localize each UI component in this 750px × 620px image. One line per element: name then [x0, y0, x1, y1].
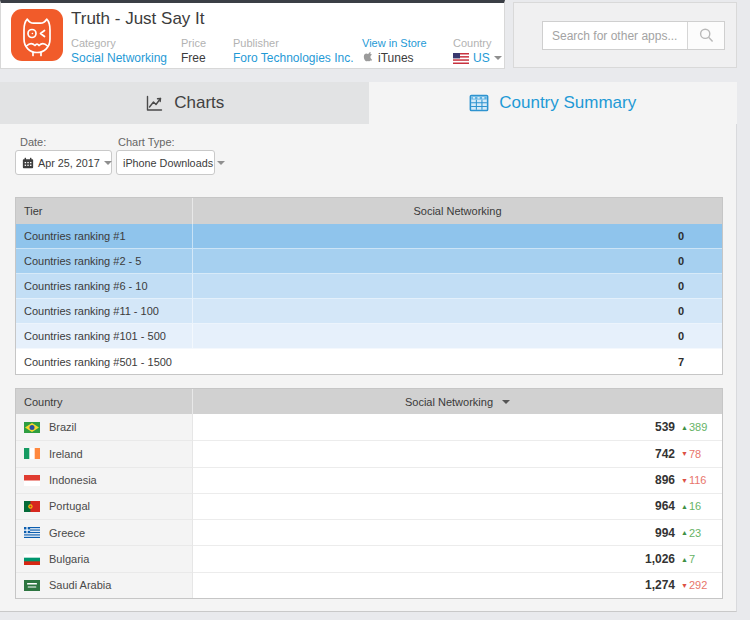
tier-row: Countries ranking #2 - 50: [16, 249, 722, 274]
search-input[interactable]: [543, 22, 687, 49]
country-category-sort-header[interactable]: Social Networking: [193, 389, 722, 414]
itunes-store-value[interactable]: iTunes: [362, 51, 453, 65]
date-label: Date:: [20, 136, 46, 148]
tier-count: 0: [193, 249, 722, 273]
date-value: Apr 25, 2017: [38, 157, 100, 169]
tier-row: Countries ranking #501 - 15007: [16, 349, 722, 374]
tier-name: Countries ranking #1: [16, 224, 193, 248]
rank-cell: 1,026▲7: [193, 545, 722, 571]
portugal-flag-icon: [24, 501, 40, 512]
tab-country-summary-label: Country Summary: [499, 93, 636, 113]
country-name: Indonesia: [49, 474, 97, 486]
rank-value: 1,026: [645, 552, 675, 566]
chevron-down-icon: [104, 161, 112, 165]
country-cell: Portugal: [16, 493, 193, 519]
rank-change-down: ▼292: [681, 579, 708, 591]
search-panel: [513, 2, 737, 68]
country-row[interactable]: Saudi Arabia1,274▼292: [16, 572, 722, 598]
chart-type-label: Chart Type:: [118, 136, 175, 148]
tab-bar: Charts Country Summary: [0, 82, 737, 124]
line-chart-icon: [144, 94, 164, 113]
chart-type-dropdown[interactable]: iPhone Downloads: [116, 150, 215, 175]
search-box: [542, 21, 725, 50]
country-selector[interactable]: US: [453, 51, 502, 65]
calendar-icon: [22, 157, 34, 169]
view-in-store-link[interactable]: View in Store: [362, 37, 453, 49]
store-name: iTunes: [378, 51, 414, 65]
country-cell: Indonesia: [16, 467, 193, 493]
rank-change-up: ▲389: [681, 421, 708, 433]
indonesia-flag-icon: [24, 475, 40, 486]
country-cell: Ireland: [16, 440, 193, 466]
rank-change-up: ▲16: [681, 500, 708, 512]
country-name: Brazil: [49, 421, 77, 433]
down-arrow-icon: ▼: [681, 477, 688, 484]
country-table: Country Social Networking Brazil539▲389I…: [15, 388, 723, 599]
rank-cell: 896▼116: [193, 467, 722, 493]
country-row[interactable]: Brazil539▲389: [16, 414, 722, 440]
country-cell: Bulgaria: [16, 545, 193, 571]
rank-value: 742: [655, 447, 675, 461]
tier-column-header: Tier: [16, 198, 193, 224]
magnifier-icon: [698, 27, 715, 44]
tier-count: 0: [193, 324, 722, 348]
country-name: Bulgaria: [49, 553, 89, 565]
country-cell: Greece: [16, 519, 193, 545]
country-category-column-label: Social Networking: [405, 396, 493, 408]
country-column-header: Country: [16, 389, 193, 414]
tier-name: Countries ranking #11 - 100: [16, 299, 193, 323]
rank-cell: 1,274▼292: [193, 572, 722, 598]
country-row[interactable]: Portugal964▲16: [16, 493, 722, 519]
tier-table-header: Tier Social Networking: [16, 198, 722, 224]
greece-flag-icon: [24, 527, 40, 538]
publisher-link[interactable]: Foro Technologies Inc.: [233, 51, 362, 65]
country-code: US: [473, 51, 490, 65]
search-button[interactable]: [687, 22, 724, 49]
tab-country-summary[interactable]: Country Summary: [369, 82, 738, 124]
country-row[interactable]: Ireland742▼78: [16, 440, 722, 466]
app-meta: Category Social Networking Price Free Pu…: [71, 37, 502, 65]
tier-row: Countries ranking #101 - 5000: [16, 324, 722, 349]
tier-name: Countries ranking #6 - 10: [16, 274, 193, 298]
category-link[interactable]: Social Networking: [71, 51, 181, 65]
rank-change-up: ▲23: [681, 527, 708, 539]
country-row[interactable]: Greece994▲23: [16, 519, 722, 545]
country-row[interactable]: Indonesia896▼116: [16, 467, 722, 493]
tab-charts-label: Charts: [174, 93, 224, 113]
up-arrow-icon: ▲: [681, 529, 688, 536]
category-label: Category: [71, 37, 181, 49]
country-cell: Brazil: [16, 414, 193, 440]
country-cell: Saudi Arabia: [16, 572, 193, 598]
date-dropdown[interactable]: Apr 25, 2017: [15, 150, 112, 175]
tier-count: 0: [193, 274, 722, 298]
tier-name: Countries ranking #501 - 1500: [16, 349, 193, 374]
rank-value: 964: [655, 499, 675, 513]
down-arrow-icon: ▼: [681, 450, 688, 457]
ireland-flag-icon: [24, 448, 40, 459]
tier-name: Countries ranking #2 - 5: [16, 249, 193, 273]
table-grid-icon: [469, 93, 489, 113]
tier-category-column-header: Social Networking: [193, 198, 722, 224]
tier-count: 7: [193, 349, 722, 374]
country-name: Saudi Arabia: [49, 579, 111, 591]
tab-charts[interactable]: Charts: [0, 82, 369, 124]
apple-icon: [362, 51, 374, 65]
rank-cell: 964▲16: [193, 493, 722, 519]
price-label: Price: [181, 37, 233, 49]
chart-type-value: iPhone Downloads: [123, 157, 213, 169]
chevron-down-icon: [494, 56, 502, 60]
tier-name: Countries ranking #101 - 500: [16, 324, 193, 348]
tier-count: 0: [193, 299, 722, 323]
rank-cell: 742▼78: [193, 440, 722, 466]
app-header-card: Truth - Just Say It Category Social Netw…: [0, 0, 505, 69]
country-row[interactable]: Bulgaria1,026▲7: [16, 545, 722, 571]
tier-row: Countries ranking #10: [16, 224, 722, 249]
rank-value: 1,274: [645, 578, 675, 592]
country-name: Ireland: [49, 448, 83, 460]
rank-change-up: ▲7: [681, 553, 708, 565]
tier-count: 0: [193, 224, 722, 248]
page-title: Truth - Just Say It: [71, 9, 205, 29]
owl-app-icon: [11, 9, 63, 61]
price-value: Free: [181, 51, 233, 65]
tier-table-body: Countries ranking #10Countries ranking #…: [16, 224, 722, 374]
